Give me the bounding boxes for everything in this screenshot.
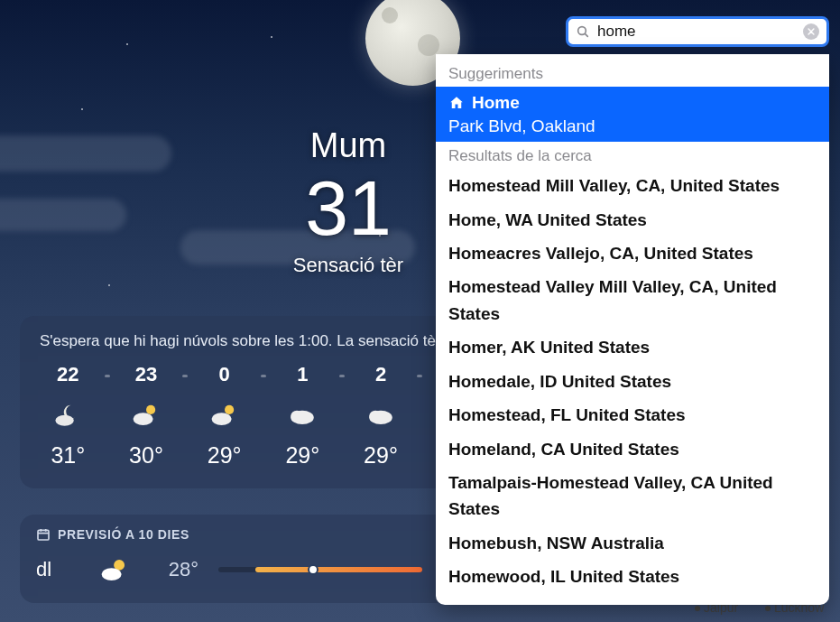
tenday-header: PREVISIÓ A 10 DIES — [36, 527, 491, 542]
feels-like-label: Sensació tèr — [293, 254, 403, 277]
suggestions-section-label: Suggeriments — [436, 60, 829, 87]
hour-cell[interactable]: 229° — [342, 363, 420, 469]
results-section-label: Resultats de la cerca — [436, 142, 829, 169]
search-result-item[interactable]: Homestead Valley Mill Valley, CA, United… — [436, 270, 829, 330]
forecast-message: S'espera que hi hagi núvols sobre les 1:… — [23, 332, 503, 363]
hour-label: 2 — [375, 363, 386, 386]
search-input[interactable] — [597, 23, 796, 41]
search-icon — [576, 24, 590, 39]
hour-label: 22 — [57, 363, 78, 386]
hour-cell[interactable]: 029° — [185, 363, 263, 469]
map-dot-icon — [765, 606, 771, 611]
search-result-item[interactable]: Tamalpais-Homestead Valley, CA United St… — [436, 466, 829, 526]
search-result-item[interactable]: Homestead, FL United States — [436, 398, 829, 432]
hour-cell[interactable]: 2330° — [107, 363, 186, 469]
hour-label: 0 — [219, 363, 230, 386]
hour-temperature: 29° — [364, 442, 398, 469]
suggestion-item[interactable]: HomePark Blvd, Oakland — [436, 87, 829, 142]
current-weather-block: Mum 31 Sensació tèr — [293, 126, 403, 277]
search-box[interactable] — [566, 16, 829, 47]
search-result-item[interactable]: Homebush, NSW Australia — [436, 526, 829, 560]
clear-search-button[interactable] — [803, 23, 819, 40]
search-result-item[interactable]: Homestead Mill Valley, CA, United States — [436, 169, 829, 202]
cloud-graphic — [0, 135, 171, 172]
weather-icon — [131, 399, 162, 430]
search-result-item[interactable]: Homer, AK United States — [436, 330, 829, 364]
hour-temperature: 29° — [208, 442, 242, 469]
search-result-item[interactable]: Homewood, IL United States — [436, 560, 829, 593]
svg-rect-11 — [38, 530, 49, 540]
svg-point-1 — [146, 405, 155, 414]
svg-point-4 — [211, 413, 231, 425]
calendar-icon — [36, 527, 51, 542]
cloud-graphic — [0, 199, 126, 231]
tenday-day-label: dl — [36, 558, 79, 581]
search-result-item[interactable]: Homeland, CA United States — [436, 432, 829, 466]
weather-icon — [209, 399, 240, 430]
search-result-item[interactable]: Home, WA United States — [436, 203, 829, 237]
suggestion-secondary-label: Park Blvd, Oakland — [448, 114, 817, 139]
hour-label: 1 — [297, 363, 308, 386]
hour-cell[interactable]: 129° — [263, 363, 342, 469]
tenday-temp-bar — [218, 567, 422, 572]
weather-icon — [365, 399, 396, 430]
hourly-forecast-card: S'espera que hi hagi núvols sobre les 1:… — [20, 316, 507, 488]
current-temperature: 31 — [293, 169, 403, 246]
tenday-low-temp: 28° — [150, 558, 198, 581]
map-dot-icon — [695, 606, 700, 611]
weather-icon — [52, 399, 83, 430]
hour-cell[interactable]: 2231° — [29, 363, 107, 469]
svg-point-0 — [56, 415, 74, 426]
tenday-row[interactable]: dl28°35° — [36, 554, 491, 585]
search-result-item[interactable]: Homewood, AL United States — [436, 594, 829, 605]
svg-point-13 — [102, 568, 122, 580]
tenday-header-label: PREVISIÓ A 10 DIES — [58, 527, 189, 542]
weather-icon — [99, 554, 130, 585]
svg-point-8 — [369, 411, 382, 422]
city-name: Mum — [293, 126, 403, 165]
search-result-item[interactable]: Homeacres Vallejo, CA, United States — [436, 237, 829, 270]
hours-row: 2231°2330°029°129°229°329° — [23, 363, 503, 469]
hour-temperature: 30° — [129, 442, 163, 469]
svg-point-3 — [225, 405, 234, 414]
search-result-item[interactable]: Homedale, ID United States — [436, 365, 829, 398]
home-icon — [448, 95, 465, 111]
hour-temperature: 31° — [51, 442, 85, 469]
weather-icon — [287, 399, 318, 430]
tenday-forecast-card: PREVISIÓ A 10 DIES dl28°35° — [20, 515, 507, 603]
search-suggestions-dropdown: Suggeriments HomePark Blvd, Oakland Resu… — [436, 54, 829, 605]
hour-temperature: 29° — [285, 442, 319, 469]
hour-label: 23 — [135, 363, 157, 386]
suggestion-primary-label: Home — [472, 90, 520, 116]
svg-point-2 — [134, 413, 153, 425]
svg-point-6 — [291, 411, 304, 422]
